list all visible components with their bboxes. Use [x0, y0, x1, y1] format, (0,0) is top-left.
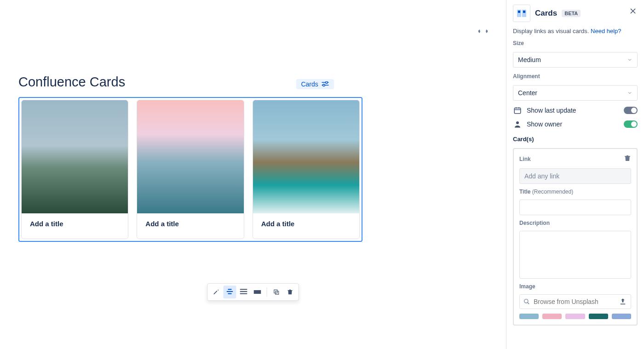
svg-rect-16	[523, 11, 525, 13]
size-select[interactable]: Medium	[513, 52, 638, 68]
card-3[interactable]: Add a title	[253, 100, 360, 239]
page-title-input[interactable]	[18, 71, 294, 93]
image-search-input[interactable]	[534, 298, 615, 305]
svg-rect-8	[240, 291, 247, 292]
card-2[interactable]: Add a title	[137, 100, 244, 239]
card-image-mountain	[22, 100, 128, 213]
chevron-down-icon	[627, 57, 632, 63]
search-icon	[523, 298, 530, 305]
svg-rect-17	[514, 108, 521, 114]
svg-rect-4	[228, 289, 232, 290]
card-form: Link Title (Recommended) Description Ima…	[513, 148, 638, 326]
copy-button[interactable]	[270, 286, 283, 298]
need-help-link[interactable]: Need help?	[591, 28, 621, 34]
link-label: Link	[519, 156, 531, 162]
thumb-5[interactable]	[612, 314, 631, 319]
description-label: Description	[519, 220, 631, 226]
description-textarea[interactable]	[519, 231, 631, 279]
person-icon	[513, 120, 522, 128]
image-label: Image	[519, 283, 631, 290]
thumb-4[interactable]	[589, 314, 608, 319]
show-last-update-toggle[interactable]	[624, 107, 638, 114]
calendar-icon	[513, 106, 522, 114]
alignment-select[interactable]: Center	[513, 85, 638, 101]
macro-floating-toolbar	[207, 283, 299, 301]
size-label: Size	[513, 40, 638, 46]
show-last-update-label: Show last update	[527, 107, 576, 114]
svg-rect-15	[518, 11, 520, 13]
thumb-2[interactable]	[542, 314, 562, 319]
beta-badge: BETA	[562, 10, 581, 17]
card-title: Add a title	[253, 213, 359, 239]
svg-rect-5	[227, 291, 233, 292]
cards-logo-icon	[513, 5, 530, 22]
svg-point-2	[326, 81, 328, 84]
show-owner-toggle[interactable]	[624, 120, 638, 128]
title-input[interactable]	[519, 200, 631, 215]
svg-rect-7	[240, 289, 247, 290]
edit-button[interactable]	[210, 286, 223, 298]
image-search-box[interactable]	[519, 294, 631, 309]
cards-section-heading: Card(s)	[513, 136, 638, 143]
cards-macro-chip[interactable]: Cards	[296, 79, 334, 89]
layout-wide-button[interactable]	[237, 286, 250, 298]
thumb-3[interactable]	[565, 314, 585, 319]
svg-line-23	[528, 303, 529, 304]
panel-title: Cards	[535, 9, 557, 18]
layout-center-button[interactable]	[224, 286, 236, 298]
expand-width-button[interactable]	[478, 28, 488, 35]
panel-caption: Display links as visual cards. Need help…	[513, 28, 638, 34]
cards-grid[interactable]: Add a title Add a title Add a title	[18, 97, 362, 242]
delete-card-button[interactable]	[624, 154, 631, 164]
card-title: Add a title	[137, 213, 243, 239]
show-owner-label: Show owner	[527, 120, 562, 128]
delete-button[interactable]	[284, 286, 297, 298]
title-label: Title (Recommended)	[519, 189, 631, 195]
cards-settings-panel: Cards BETA Display links as visual cards…	[506, 0, 644, 349]
svg-rect-6	[228, 293, 232, 294]
svg-point-22	[524, 299, 528, 303]
thumb-1[interactable]	[519, 314, 539, 319]
svg-rect-9	[240, 293, 247, 294]
filter-icon	[321, 81, 329, 87]
alignment-label: Alignment	[513, 73, 638, 80]
chevron-down-icon	[627, 90, 632, 96]
card-1[interactable]: Add a title	[21, 100, 128, 239]
close-panel-button[interactable]	[628, 6, 638, 17]
toolbar-divider	[267, 287, 267, 297]
macro-chip-label: Cards	[301, 80, 318, 88]
svg-point-21	[516, 121, 519, 124]
layout-full-button[interactable]	[251, 286, 264, 298]
editor-pane: Cards Add a title Add a title Add a titl…	[0, 0, 506, 349]
upload-icon[interactable]	[619, 298, 627, 306]
svg-rect-10	[254, 290, 261, 294]
card-image-sunset	[137, 100, 243, 213]
image-thumbnails	[519, 314, 631, 319]
link-input[interactable]	[519, 168, 631, 184]
svg-point-3	[323, 84, 325, 86]
card-image-arch	[253, 100, 359, 213]
card-title: Add a title	[22, 213, 128, 239]
